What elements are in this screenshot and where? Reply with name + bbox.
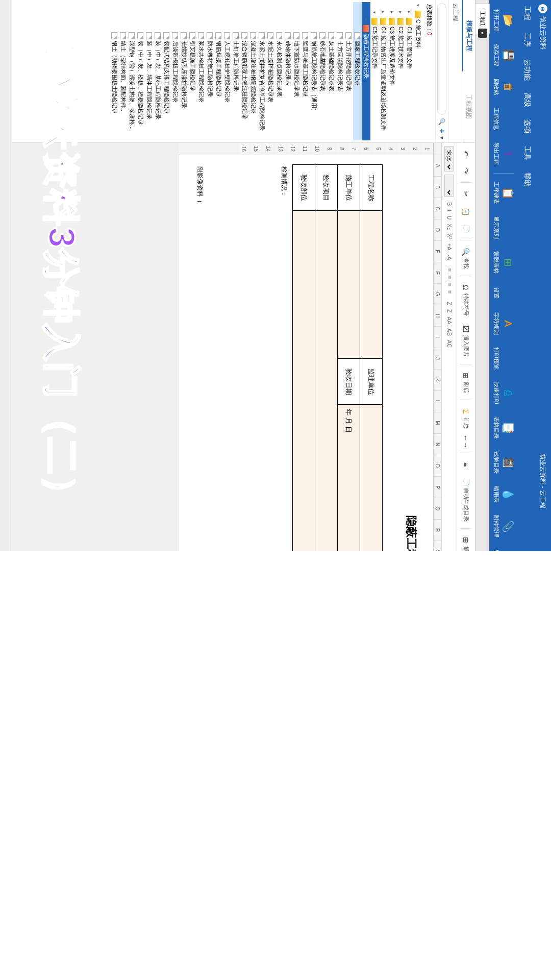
row-header[interactable]: 12	[286, 143, 298, 155]
col-header[interactable]: L	[434, 391, 441, 412]
ribbon-字符规则[interactable]: A字符规则	[491, 307, 516, 340]
tree-node[interactable]: 长螺旋钻孔压灌桩隐检记录	[180, 2, 188, 140]
row-header[interactable]: 3	[396, 143, 409, 155]
tree-node[interactable]: 钢筋焊接工程隐检记录	[214, 2, 223, 140]
tree-node[interactable]: 土方开挖隐检记录表	[344, 2, 353, 140]
col-header[interactable]: G	[434, 284, 441, 305]
ribbon-繁脱表格[interactable]: ⊞繁脱表格	[491, 246, 516, 279]
tree-node[interactable]: 永久检测点隐检记录表	[275, 2, 284, 140]
tree-node[interactable]: 混凝土灌注桩钢筋笼隐检记录	[249, 2, 258, 140]
add-icon[interactable]: +	[438, 129, 447, 133]
tb-btn[interactable]: ⊞插入·行·	[460, 532, 472, 551]
ribbon-晴雨表[interactable]: 💧晴雨表	[491, 481, 516, 508]
col-header[interactable]: E	[434, 241, 441, 262]
fmt-btn[interactable]: X²	[445, 232, 454, 241]
chevron-down-icon[interactable]: ▾	[478, 29, 487, 38]
tree-node[interactable]: ▾C5 施工记录文件	[370, 2, 379, 140]
row-header[interactable]: 14	[262, 143, 274, 155]
row-header[interactable]: 13	[274, 143, 286, 155]
col-header[interactable]: B	[434, 177, 441, 198]
fmt-btn[interactable]: +A	[445, 241, 454, 253]
tree-node[interactable]: ▸C1 施工管理文件	[405, 2, 414, 140]
tree-node[interactable]: ▸C4 施工物资出厂质量证明及进场检测文件	[379, 2, 388, 140]
row-header[interactable]: 8	[335, 143, 347, 155]
ribbon-导出工程[interactable]: ⇪导出工程	[491, 137, 516, 170]
menu-云功能[interactable]: 云功能	[522, 59, 532, 81]
row-header[interactable]: 10	[311, 143, 323, 155]
tree-node[interactable]: 装（中）发、楼板、栏板隐检记录	[136, 2, 145, 140]
search-input[interactable]	[438, 3, 447, 115]
col-header[interactable]: I	[434, 327, 441, 348]
col-header[interactable]: S	[434, 541, 441, 551]
lp-tab-view[interactable]: 工程视图	[462, 71, 475, 143]
ribbon-打印预览[interactable]: 🖨打印预览	[491, 342, 516, 375]
menu-工程[interactable]: 工程	[522, 6, 532, 20]
tb-btn[interactable]: 📄	[460, 221, 472, 236]
tb-btn[interactable]: Σ汇总	[460, 404, 472, 432]
row-header[interactable]: 16	[237, 143, 249, 155]
tb-btn[interactable]: ✂	[460, 186, 472, 202]
tree-node[interactable]: 引安板施工隐检记录	[188, 2, 197, 140]
fmt-btn[interactable]: B	[445, 200, 454, 208]
fmt-btn[interactable]: ≡	[445, 274, 454, 281]
ribbon-打开工程[interactable]: 📂打开工程	[491, 4, 516, 37]
row-header[interactable]: 5	[372, 143, 384, 155]
ribbon-设置[interactable]: ⚙设置	[491, 281, 516, 305]
tree-node[interactable]: ▸C3 施工进度及造价文件	[388, 2, 396, 140]
col-header[interactable]: O	[434, 455, 441, 477]
tree-node[interactable]: 结土（架结构面、装配构件...	[119, 2, 128, 140]
ribbon-回收站[interactable]: 🗑回收站	[491, 74, 516, 101]
row-header[interactable]: 1	[421, 143, 433, 155]
fmt-btn[interactable]: ≡	[445, 281, 454, 288]
fmt-btn[interactable]: ≡	[445, 266, 454, 273]
tree-node[interactable]: 土钉墙工程隐检记录	[232, 2, 240, 140]
ribbon-工序建表[interactable]: 📋工序建表	[491, 177, 516, 209]
font-select[interactable]: 宋体	[445, 146, 454, 172]
tree-node[interactable]: 钢筋施工隐检记录表（通用）	[310, 2, 318, 140]
row-header[interactable]: 15	[249, 143, 262, 155]
tb-btn[interactable]: 🔍查找	[460, 244, 472, 272]
col-header[interactable]: J	[434, 348, 441, 370]
row-header[interactable]: 7	[347, 143, 360, 155]
tree-node[interactable]: 砂石地基隐检记录表	[318, 2, 327, 140]
col-header[interactable]: Q	[434, 498, 441, 520]
row-header[interactable]: 11	[298, 143, 311, 155]
menu-选项[interactable]: 选项	[522, 119, 532, 134]
tree-node[interactable]: 装（中）发、基础工程隐检记录	[154, 2, 162, 140]
fmt-btn[interactable]: AA	[445, 315, 454, 327]
tree-node[interactable]: ▸C2 施工技术文件	[396, 2, 405, 140]
tree-node[interactable]: 浆水共检桩工程隐检记录	[197, 2, 206, 140]
tree-node[interactable]: 监查与桩基工隐检记录	[301, 2, 310, 140]
tree-node[interactable]: 隐蔽工程验收记录	[353, 2, 362, 140]
menu-工序[interactable]: 工序	[522, 33, 532, 47]
tree-node[interactable]: 混合钢筋混凝土灌注桩隐检记录	[240, 2, 249, 140]
tree-node[interactable]: 地下室防水隐检记录表	[292, 2, 301, 140]
tb-btn[interactable]: ↷	[460, 163, 472, 179]
ribbon-表格目录[interactable]: 📑表格目录	[491, 411, 516, 444]
fmt-btn[interactable]: X₂	[445, 222, 454, 231]
ribbon-显示系列[interactable]: 👁显示系列	[491, 211, 516, 244]
tb-btn[interactable]: ≡	[460, 457, 472, 472]
tree-node[interactable]: 防水卷材施工隐检记录	[206, 2, 214, 140]
tb-btn[interactable]: 📄自动生成目录	[460, 474, 472, 525]
col-header[interactable]: M	[434, 412, 441, 434]
lp-tab-template[interactable]: 模板与工程	[462, 0, 475, 71]
dropdown-icon[interactable]: ▾	[439, 136, 446, 139]
tree-node[interactable]: 砖砌体隐检记录表	[284, 2, 292, 140]
row-header[interactable]: 6	[360, 143, 372, 155]
size-select[interactable]	[445, 175, 454, 197]
menu-工具[interactable]: 工具	[522, 146, 532, 160]
tree-node[interactable]: 钢土（劲钢板围板土隐检记录	[110, 2, 119, 140]
ribbon-辅助建表[interactable]: 🔗辅助建表	[491, 545, 516, 551]
row-header[interactable]: 2	[409, 143, 421, 155]
cell-val[interactable]	[360, 211, 383, 359]
row-header[interactable]: 9	[323, 143, 335, 155]
tree-node[interactable]: 人工挖孔桩护壁隐检记录	[223, 2, 232, 140]
fmt-btn[interactable]: ≡	[445, 288, 454, 296]
fmt-btn[interactable]: U	[445, 213, 454, 222]
tb-btn[interactable]: Ω特殊符号	[460, 280, 472, 319]
ribbon-工程信息[interactable]: ℹ工程信息	[491, 103, 516, 135]
tb-btn[interactable]: ↶	[460, 146, 472, 161]
ribbon-附件管理[interactable]: 📎附件管理	[491, 510, 516, 543]
tab-project1[interactable]: 工程1 ▾	[475, 3, 490, 34]
